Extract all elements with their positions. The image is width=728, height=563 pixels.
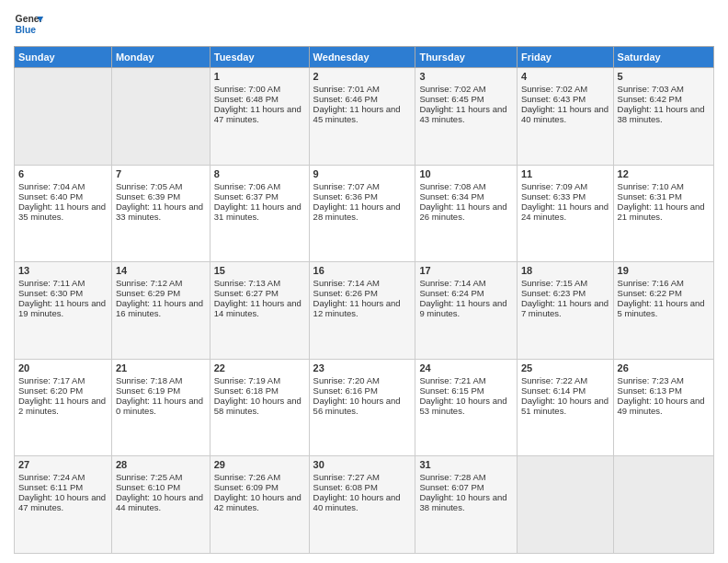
calendar-cell: 27Sunrise: 7:24 AMSunset: 6:11 PMDayligh… (15, 456, 112, 554)
sunrise-text: Sunrise: 7:16 AM (618, 278, 710, 288)
sunrise-text: Sunrise: 7:09 AM (521, 181, 609, 191)
calendar-cell: 16Sunrise: 7:14 AMSunset: 6:26 PMDayligh… (309, 262, 415, 360)
day-number: 12 (618, 168, 710, 179)
daylight-text: Daylight: 11 hours and 0 minutes. (116, 396, 206, 416)
calendar-week-1: 6Sunrise: 7:04 AMSunset: 6:40 PMDaylight… (15, 165, 714, 262)
sunrise-text: Sunrise: 7:18 AM (116, 375, 206, 385)
daylight-text: Daylight: 11 hours and 45 minutes. (313, 104, 412, 124)
day-number: 14 (116, 265, 206, 276)
daylight-text: Daylight: 11 hours and 19 minutes. (18, 298, 108, 318)
day-number: 15 (214, 265, 305, 276)
sunset-text: Sunset: 6:30 PM (18, 288, 108, 298)
calendar-cell: 11Sunrise: 7:09 AMSunset: 6:33 PMDayligh… (517, 165, 613, 262)
day-number: 29 (214, 459, 305, 470)
calendar-cell: 1Sunrise: 7:00 AMSunset: 6:48 PMDaylight… (210, 68, 309, 166)
day-number: 17 (419, 265, 513, 276)
sunrise-text: Sunrise: 7:01 AM (313, 84, 412, 94)
calendar-cell: 29Sunrise: 7:26 AMSunset: 6:09 PMDayligh… (210, 456, 309, 554)
sunset-text: Sunset: 6:34 PM (419, 191, 513, 201)
day-number: 10 (419, 168, 513, 179)
day-number: 19 (618, 265, 710, 276)
sunrise-text: Sunrise: 7:20 AM (313, 375, 412, 385)
calendar-week-3: 20Sunrise: 7:17 AMSunset: 6:20 PMDayligh… (15, 359, 714, 456)
sunrise-text: Sunrise: 7:04 AM (18, 181, 108, 191)
daylight-text: Daylight: 10 hours and 56 minutes. (313, 396, 412, 416)
daylight-text: Daylight: 11 hours and 31 minutes. (214, 201, 305, 222)
sunset-text: Sunset: 6:46 PM (313, 94, 412, 104)
day-number: 7 (116, 168, 206, 179)
daylight-text: Daylight: 11 hours and 21 minutes. (618, 201, 710, 222)
daylight-text: Daylight: 11 hours and 33 minutes. (116, 201, 206, 222)
day-number: 27 (18, 459, 108, 470)
sunset-text: Sunset: 6:09 PM (214, 482, 305, 492)
calendar-cell: 22Sunrise: 7:19 AMSunset: 6:18 PMDayligh… (210, 359, 309, 456)
calendar-cell: 26Sunrise: 7:23 AMSunset: 6:13 PMDayligh… (613, 359, 713, 456)
day-number: 9 (313, 168, 412, 179)
sunrise-text: Sunrise: 7:28 AM (419, 472, 513, 482)
sunset-text: Sunset: 6:27 PM (214, 288, 305, 298)
sunrise-text: Sunrise: 7:27 AM (313, 472, 412, 482)
sunset-text: Sunset: 6:11 PM (18, 482, 108, 492)
sunrise-text: Sunrise: 7:02 AM (419, 84, 513, 94)
daylight-text: Daylight: 11 hours and 40 minutes. (521, 104, 609, 124)
calendar-col-wednesday: Wednesday (309, 47, 415, 68)
sunset-text: Sunset: 6:23 PM (521, 288, 609, 298)
daylight-text: Daylight: 10 hours and 40 minutes. (313, 492, 412, 512)
svg-text:Blue: Blue (16, 25, 37, 35)
calendar-table: SundayMondayTuesdayWednesdayThursdayFrid… (14, 46, 714, 554)
sunrise-text: Sunrise: 7:15 AM (521, 278, 609, 288)
daylight-text: Daylight: 11 hours and 14 minutes. (214, 298, 305, 318)
calendar-cell: 19Sunrise: 7:16 AMSunset: 6:22 PMDayligh… (613, 262, 713, 360)
day-number: 11 (521, 168, 609, 179)
calendar-week-4: 27Sunrise: 7:24 AMSunset: 6:11 PMDayligh… (15, 456, 714, 554)
day-number: 4 (521, 71, 609, 82)
calendar-cell: 24Sunrise: 7:21 AMSunset: 6:15 PMDayligh… (415, 359, 518, 456)
daylight-text: Daylight: 10 hours and 58 minutes. (214, 396, 305, 416)
daylight-text: Daylight: 11 hours and 5 minutes. (618, 298, 710, 318)
day-number: 23 (313, 362, 412, 373)
sunset-text: Sunset: 6:48 PM (214, 94, 305, 104)
calendar-cell: 7Sunrise: 7:05 AMSunset: 6:39 PMDaylight… (111, 165, 210, 262)
calendar-cell: 15Sunrise: 7:13 AMSunset: 6:27 PMDayligh… (210, 262, 309, 360)
calendar-cell: 8Sunrise: 7:06 AMSunset: 6:37 PMDaylight… (210, 165, 309, 262)
calendar-cell: 12Sunrise: 7:10 AMSunset: 6:31 PMDayligh… (613, 165, 713, 262)
calendar-col-saturday: Saturday (613, 47, 713, 68)
calendar-cell: 2Sunrise: 7:01 AMSunset: 6:46 PMDaylight… (309, 68, 415, 166)
day-number: 16 (313, 265, 412, 276)
sunset-text: Sunset: 6:31 PM (618, 191, 710, 201)
daylight-text: Daylight: 11 hours and 12 minutes. (313, 298, 412, 318)
sunrise-text: Sunrise: 7:07 AM (313, 181, 412, 191)
sunset-text: Sunset: 6:08 PM (313, 482, 412, 492)
daylight-text: Daylight: 10 hours and 47 minutes. (18, 492, 108, 512)
sunrise-text: Sunrise: 7:11 AM (18, 278, 108, 288)
calendar-cell: 17Sunrise: 7:14 AMSunset: 6:24 PMDayligh… (415, 262, 518, 360)
daylight-text: Daylight: 11 hours and 43 minutes. (419, 104, 513, 124)
sunset-text: Sunset: 6:14 PM (521, 385, 609, 396)
calendar-cell: 4Sunrise: 7:02 AMSunset: 6:43 PMDaylight… (517, 68, 613, 166)
day-number: 2 (313, 71, 412, 82)
sunset-text: Sunset: 6:19 PM (116, 385, 206, 396)
calendar-col-monday: Monday (111, 47, 210, 68)
daylight-text: Daylight: 10 hours and 38 minutes. (419, 492, 513, 512)
calendar-cell: 28Sunrise: 7:25 AMSunset: 6:10 PMDayligh… (111, 456, 210, 554)
daylight-text: Daylight: 10 hours and 51 minutes. (521, 396, 609, 416)
sunset-text: Sunset: 6:22 PM (618, 288, 710, 298)
calendar-header-row: SundayMondayTuesdayWednesdayThursdayFrid… (15, 47, 714, 68)
daylight-text: Daylight: 11 hours and 47 minutes. (214, 104, 305, 124)
day-number: 3 (419, 71, 513, 82)
sunrise-text: Sunrise: 7:12 AM (116, 278, 206, 288)
daylight-text: Daylight: 11 hours and 7 minutes. (521, 298, 609, 318)
sunrise-text: Sunrise: 7:24 AM (18, 472, 108, 482)
calendar-cell: 3Sunrise: 7:02 AMSunset: 6:45 PMDaylight… (415, 68, 518, 166)
sunrise-text: Sunrise: 7:14 AM (419, 278, 513, 288)
sunrise-text: Sunrise: 7:17 AM (18, 375, 108, 385)
sunrise-text: Sunrise: 7:08 AM (419, 181, 513, 191)
calendar-cell: 5Sunrise: 7:03 AMSunset: 6:42 PMDaylight… (613, 68, 713, 166)
day-number: 1 (214, 71, 305, 82)
sunrise-text: Sunrise: 7:00 AM (214, 84, 305, 94)
daylight-text: Daylight: 11 hours and 35 minutes. (18, 201, 108, 222)
sunrise-text: Sunrise: 7:26 AM (214, 472, 305, 482)
daylight-text: Daylight: 11 hours and 28 minutes. (313, 201, 412, 222)
calendar-cell: 20Sunrise: 7:17 AMSunset: 6:20 PMDayligh… (15, 359, 112, 456)
calendar-col-friday: Friday (517, 47, 613, 68)
